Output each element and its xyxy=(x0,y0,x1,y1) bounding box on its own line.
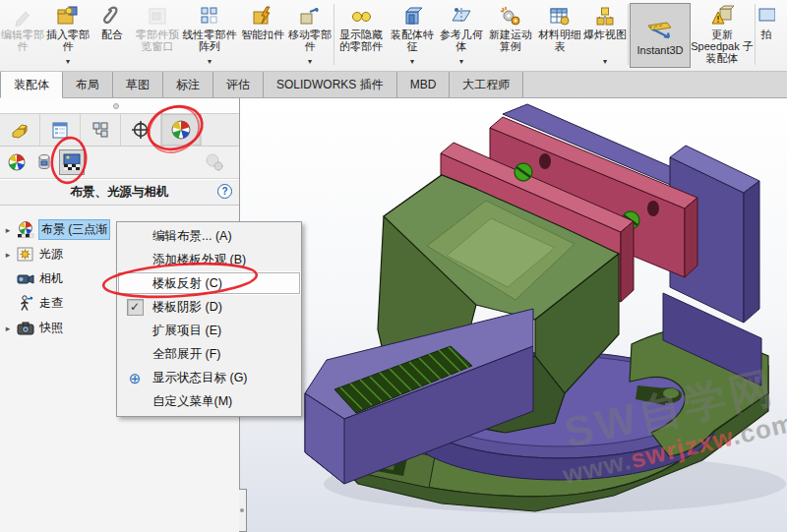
clipped-toolbar-icon xyxy=(757,4,775,30)
propertymanager-tab[interactable] xyxy=(40,114,81,146)
expand-arrow-icon[interactable]: ▸ xyxy=(0,250,16,260)
smart-fasteners-button[interactable]: 智能扣件 xyxy=(238,2,287,69)
tree-item-label: 布景 (三点渐 xyxy=(39,220,109,239)
smart-fasteners-icon xyxy=(251,4,274,30)
displaymanager-tab[interactable] xyxy=(161,114,202,146)
toolbar-label: 装配体特征 xyxy=(387,30,438,53)
dropdown-caret-icon[interactable]: ▾ xyxy=(308,58,312,69)
help-icon[interactable]: ? xyxy=(217,184,232,199)
scene-lights-cameras-icon xyxy=(62,152,82,172)
displaymanager-beachball-icon xyxy=(171,120,191,140)
new-motion-study-icon xyxy=(499,4,522,30)
dimxpertmanager-tab[interactable] xyxy=(121,114,161,146)
menu-item-show-status-targets[interactable]: ⊕ 显示状态目标 (G) xyxy=(117,367,301,390)
configurationmanager-tab[interactable] xyxy=(81,114,121,146)
menu-item-floor-reflections[interactable]: 楼板反射 (C) xyxy=(117,271,301,295)
toolbar-label: 参考几何体 xyxy=(438,30,485,53)
vise-model[interactable] xyxy=(240,98,787,532)
tab-solidworks-addins[interactable]: SOLIDWORKS 插件 xyxy=(264,72,397,97)
edit-component-button[interactable]: 编辑零部件 xyxy=(0,2,45,69)
featuremanager-tab[interactable] xyxy=(0,114,40,146)
view-decals-button[interactable] xyxy=(31,149,57,175)
component-preview-button[interactable]: 零部件预览窗口 xyxy=(134,2,181,69)
dropdown-caret-icon[interactable]: ▾ xyxy=(208,58,212,69)
tab-layout[interactable]: 布局 xyxy=(63,72,113,97)
move-component-icon xyxy=(298,4,322,30)
bill-of-materials-button[interactable]: 材料明细表 xyxy=(536,2,583,69)
panel-grip[interactable] xyxy=(0,98,239,114)
toolbar-label: 爆炸视图 xyxy=(583,30,627,41)
view-appearances-button[interactable] xyxy=(4,149,30,175)
menu-item-expand-all[interactable]: 全部展开 (F) xyxy=(117,343,301,367)
expand-arrow-icon[interactable]: ▸ xyxy=(0,225,16,235)
scene-context-menu: 编辑布景... (A) 添加楼板外观 (B) 楼板反射 (C) ✓ 楼板阴影 (… xyxy=(116,221,302,417)
graphics-area[interactable]: SW自学网 www.swrjzxw.com xyxy=(240,98,787,532)
ribbon-tab-bar: 装配体 布局 草图 标注 评估 SOLIDWORKS 插件 MBD 大工程师 xyxy=(0,71,787,98)
tab-assembly[interactable]: 装配体 xyxy=(0,72,63,98)
show-hidden-components-button[interactable]: 显示隐藏的零部件 xyxy=(335,2,387,69)
toolbar-separator xyxy=(755,4,756,65)
solidworks-window: 编辑零部件 插入零部件 ▾ 配合 零部件预览窗口 线性零部件阵列 xyxy=(0,0,787,532)
toolbar-label: 材料明细表 xyxy=(536,30,583,53)
menu-item-expand-items[interactable]: 扩展项目 (E) xyxy=(117,320,301,343)
tab-da-gong-cheng-shi[interactable]: 大工程师 xyxy=(450,72,523,97)
walkthrough-icon xyxy=(16,295,34,312)
assembly-features-icon xyxy=(400,4,424,30)
instant3d-icon xyxy=(645,16,675,45)
dropdown-caret-icon[interactable]: ▾ xyxy=(603,58,607,69)
new-motion-study-button[interactable]: 新建运动算例 xyxy=(485,2,536,69)
mate-icon xyxy=(100,4,124,30)
expand-arrow-icon[interactable]: ▸ xyxy=(0,324,16,333)
tree-item-label: 走查 xyxy=(39,295,63,312)
tab-evaluate[interactable]: 评估 xyxy=(213,72,264,97)
dropdown-caret-icon[interactable]: ▾ xyxy=(410,58,414,69)
dropdown-caret-icon[interactable]: ▾ xyxy=(459,58,463,69)
menu-item-edit-scene[interactable]: 编辑布景... (A) xyxy=(117,224,301,248)
dimxpertmanager-icon xyxy=(131,120,151,140)
clipped-toolbar-button[interactable]: 拍 xyxy=(757,2,776,69)
lights-icon xyxy=(16,246,34,263)
toolbar-separator xyxy=(628,4,629,65)
render-options-button[interactable] xyxy=(202,149,227,175)
move-component-button[interactable]: 移动零部件 ▾ xyxy=(287,2,333,69)
toolbar-label: 智能扣件 xyxy=(241,30,284,41)
appearances-beachball-icon xyxy=(8,153,26,171)
configurationmanager-icon xyxy=(91,120,110,140)
menu-item-add-floor-appearance[interactable]: 添加楼板外观 (B) xyxy=(117,248,301,271)
menu-item-label: 楼板阴影 (D) xyxy=(152,299,222,316)
menu-item-label: 添加楼板外观 (B) xyxy=(152,252,246,268)
toolbar-label: 新建运动算例 xyxy=(485,30,536,53)
tree-item-label: 快照 xyxy=(39,320,63,336)
tab-mbd[interactable]: MBD xyxy=(397,72,451,97)
mate-button[interactable]: 配合 xyxy=(91,2,134,69)
splitter-dot-icon xyxy=(240,508,244,512)
reference-geometry-button[interactable]: 参考几何体 ▾ xyxy=(438,2,485,69)
assembly-features-button[interactable]: 装配体特征 ▾ xyxy=(387,2,438,69)
tab-sketch[interactable]: 草图 xyxy=(113,72,163,97)
bill-of-materials-icon xyxy=(548,4,572,30)
snapshot-camera-icon xyxy=(16,320,34,336)
update-speedpak-button[interactable]: 更新 Speedpak 子装配体 xyxy=(691,2,754,69)
linear-pattern-button[interactable]: 线性零部件阵列 ▾ xyxy=(181,2,238,69)
instant3d-toggle[interactable]: Instant3D xyxy=(630,3,691,68)
insert-component-button[interactable]: 插入零部件 ▾ xyxy=(45,2,91,69)
show-hidden-components-icon xyxy=(349,4,373,30)
menu-item-customize-menu[interactable]: 自定义菜单(M) xyxy=(117,390,301,414)
menu-item-label: 自定义菜单(M) xyxy=(152,393,232,410)
menu-item-label: 显示状态目标 (G) xyxy=(152,370,248,386)
toolbar-label: 零部件预览窗口 xyxy=(134,30,181,53)
dropdown-caret-icon[interactable]: ▾ xyxy=(66,58,70,69)
toolbar-separator xyxy=(333,4,334,65)
tab-markup[interactable]: 标注 xyxy=(163,72,213,97)
status-target-icon: ⊕ xyxy=(129,371,142,385)
exploded-view-button[interactable]: 爆炸视图 ▾ xyxy=(583,2,627,69)
menu-item-floor-shadows[interactable]: ✓ 楼板阴影 (D) xyxy=(117,295,301,319)
component-preview-icon xyxy=(146,4,169,30)
reference-geometry-icon xyxy=(450,4,473,30)
toolbar-label: 配合 xyxy=(101,30,123,41)
decals-cylinder-icon xyxy=(35,153,53,171)
grip-dot-icon xyxy=(113,103,119,109)
panel-splitter-handle[interactable] xyxy=(239,489,247,532)
view-scene-lights-cameras-button[interactable] xyxy=(59,149,85,175)
propertymanager-icon xyxy=(50,120,70,140)
